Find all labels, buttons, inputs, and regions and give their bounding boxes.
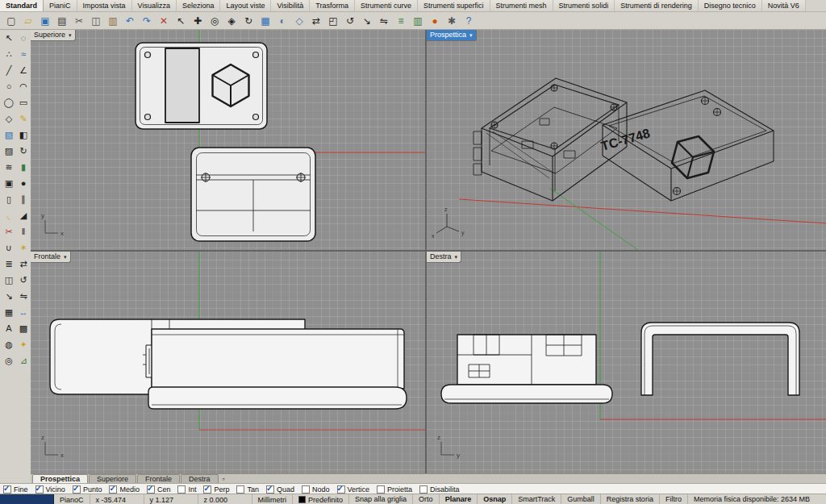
menu-tab[interactable]: Visibilità xyxy=(271,0,310,11)
sidebar-tool-array[interactable]: ▦ xyxy=(1,304,17,320)
sidebar-tool-revolve[interactable]: ↻ xyxy=(15,143,31,159)
toolbar-icon-options[interactable]: ✱ xyxy=(444,13,460,29)
menu-tab[interactable]: Layout viste xyxy=(220,0,271,11)
sidebar-tool-surface[interactable]: ▧ xyxy=(1,127,17,143)
sidebar-tool-analyze[interactable]: ⊿ xyxy=(15,352,31,369)
osnap-checkbox[interactable]: Int xyxy=(177,485,196,494)
menu-tab[interactable]: Strumenti mesh xyxy=(490,0,553,11)
osnap-checkbox[interactable]: Quad xyxy=(266,485,294,494)
sidebar-tool-circle[interactable]: ○ xyxy=(1,78,17,94)
perspective-box-lid-object[interactable]: TC-7748 xyxy=(599,90,774,201)
sidebar-tool-cylinder[interactable]: ▯ xyxy=(1,191,17,207)
sidebar-tool-sphere[interactable]: ● xyxy=(15,175,31,191)
menu-tab[interactable]: Strumenti curve xyxy=(355,0,418,11)
menu-tab[interactable]: Strumenti solidi xyxy=(553,0,615,11)
viewport-title-front[interactable]: Frontale ▾ xyxy=(31,252,71,263)
toolbar-icon-layers[interactable]: ≡ xyxy=(393,13,409,29)
sidebar-tool-rectangle[interactable]: ▭ xyxy=(15,94,31,110)
menu-tab[interactable]: Seleziona xyxy=(177,0,221,11)
toolbar-icon-zoom-extents[interactable]: ◈ xyxy=(223,13,240,29)
menu-tab[interactable]: PianiC xyxy=(44,0,77,11)
toolbar-icon-copy-object[interactable]: ◰ xyxy=(325,13,341,29)
sidebar-tool-fillet[interactable]: ◟ xyxy=(1,207,17,223)
status-toggle[interactable]: Orto xyxy=(413,494,440,504)
sidebar-tool-split[interactable]: ‖ xyxy=(15,223,31,240)
top-view-base-object[interactable] xyxy=(191,148,315,241)
units-pane[interactable]: Millimetri xyxy=(252,494,294,504)
toolbar-icon-rotate-view[interactable]: ↻ xyxy=(240,13,257,29)
sidebar-tool-select[interactable]: ↖ xyxy=(1,30,17,46)
sidebar-tool-explode[interactable]: ✶ xyxy=(15,240,31,256)
status-toggle[interactable]: Planare xyxy=(440,494,478,504)
status-toggle[interactable]: Gumball xyxy=(561,494,601,504)
menu-tab[interactable]: Standard xyxy=(0,0,44,11)
sidebar-tool-ellipse[interactable]: ◯ xyxy=(1,94,17,110)
sidebar-tool-extrude[interactable]: ▮ xyxy=(15,159,31,175)
status-toggle[interactable]: SmartTrack xyxy=(512,494,561,504)
viewport-perspective[interactable]: TC-7748 z x y Prospettica ▾ xyxy=(427,30,826,250)
toolbar-icon-pan-view[interactable]: ✚ xyxy=(190,13,206,29)
menu-tab[interactable]: Trasforma xyxy=(310,0,355,11)
status-toggle[interactable]: Registra storia xyxy=(601,494,660,504)
sidebar-tool-scale[interactable]: ↘ xyxy=(1,288,17,304)
sidebar-tool-line[interactable]: ╱ xyxy=(1,62,17,78)
status-toggle[interactable]: Filtro xyxy=(660,494,688,504)
toolbar-icon-named-views[interactable]: ▦ xyxy=(257,13,273,29)
toolbar-icon-save[interactable]: ▣ xyxy=(37,13,53,29)
osnap-checkbox[interactable]: Fine xyxy=(3,485,28,494)
sidebar-tool-dimension[interactable]: ↔ xyxy=(15,304,31,320)
viewport-top[interactable]: y x Superiore ▾ xyxy=(31,30,425,250)
osnap-checkbox[interactable]: Proietta xyxy=(377,485,412,494)
sidebar-tool-polyline[interactable]: ∠ xyxy=(15,62,31,78)
toolbar-icon-undo[interactable]: ↶ xyxy=(122,13,138,29)
top-view-lid-object[interactable] xyxy=(136,43,267,129)
sidebar-tool-loft[interactable]: ▨ xyxy=(1,143,17,159)
sidebar-tool-pipe[interactable]: ∥ xyxy=(15,191,31,207)
toolbar-icon-select[interactable]: ↖ xyxy=(173,13,189,29)
toolbar-icon-mirror[interactable]: ⇋ xyxy=(376,13,392,29)
right-view-cover-object[interactable] xyxy=(641,323,799,395)
sidebar-tool-hatch[interactable]: ▩ xyxy=(15,320,31,336)
sidebar-tool-curve[interactable]: ≈ xyxy=(15,46,31,62)
toolbar-icon-render[interactable]: ● xyxy=(427,13,443,29)
osnap-checkbox[interactable]: Medio xyxy=(109,485,140,494)
toolbar-icon-print[interactable]: ▤ xyxy=(54,13,70,29)
sidebar-tool-trim[interactable]: ✂ xyxy=(1,223,17,240)
toolbar-icon-open-file[interactable]: ▱ xyxy=(20,13,36,29)
sidebar-tool-point[interactable]: ∴ xyxy=(1,46,17,62)
toolbar-icon-rotate[interactable]: ↺ xyxy=(342,13,358,29)
toolbar-icon-shaded-view[interactable]: ◐ xyxy=(274,13,290,29)
sidebar-tool-surface-corner[interactable]: ◧ xyxy=(15,127,31,143)
toolbar-icon-help[interactable]: ? xyxy=(461,13,477,29)
sidebar-tool-hide[interactable]: ◍ xyxy=(1,336,17,352)
menu-tab[interactable]: Disegno tecnico xyxy=(699,0,762,11)
status-toggle[interactable]: Snap alla griglia xyxy=(349,494,413,504)
toolbar-icon-wireframe-view[interactable]: ◇ xyxy=(291,13,307,29)
sidebar-tool-freeform[interactable]: ✎ xyxy=(15,110,31,127)
toolbar-icon-scale[interactable]: ↘ xyxy=(359,13,375,29)
front-view-object[interactable] xyxy=(50,319,407,409)
toolbar-icon-paste[interactable]: ▥ xyxy=(105,13,121,29)
sidebar-tool-polygon[interactable]: ◇ xyxy=(1,110,17,127)
sidebar-tool-lock[interactable]: ✦ xyxy=(15,336,31,352)
toolbar-icon-copy[interactable]: ◫ xyxy=(88,13,104,29)
cplane-pane[interactable]: PianoC xyxy=(54,494,90,504)
toolbar-icon-properties[interactable]: ▥ xyxy=(410,13,426,29)
menu-tab[interactable]: Imposta vista xyxy=(77,0,132,11)
sidebar-tool-chamfer[interactable]: ◢ xyxy=(15,207,31,223)
sidebar-tool-text[interactable]: A xyxy=(1,320,17,336)
osnap-checkbox[interactable]: Disabilita xyxy=(419,485,460,494)
menu-tab[interactable]: Visualizza xyxy=(132,0,177,11)
osnap-checkbox[interactable]: Punto xyxy=(73,485,102,494)
sidebar-tool-copy[interactable]: ◫ xyxy=(1,272,17,288)
sidebar-tool-join[interactable]: ∪ xyxy=(1,240,17,256)
osnap-checkbox[interactable]: Perp xyxy=(203,485,229,494)
menu-tab[interactable]: Strumenti di rendering xyxy=(615,0,699,11)
sidebar-tool-rotate[interactable]: ↺ xyxy=(15,272,31,288)
toolbar-icon-redo[interactable]: ↷ xyxy=(139,13,155,29)
right-view-base-object[interactable] xyxy=(441,335,612,403)
toolbar-icon-move[interactable]: ⇄ xyxy=(308,13,324,29)
toolbar-icon-cut[interactable]: ✂ xyxy=(71,13,87,29)
viewport-right[interactable]: z y Destra ▾ xyxy=(427,252,826,473)
viewport-title-right[interactable]: Destra ▾ xyxy=(427,252,461,263)
